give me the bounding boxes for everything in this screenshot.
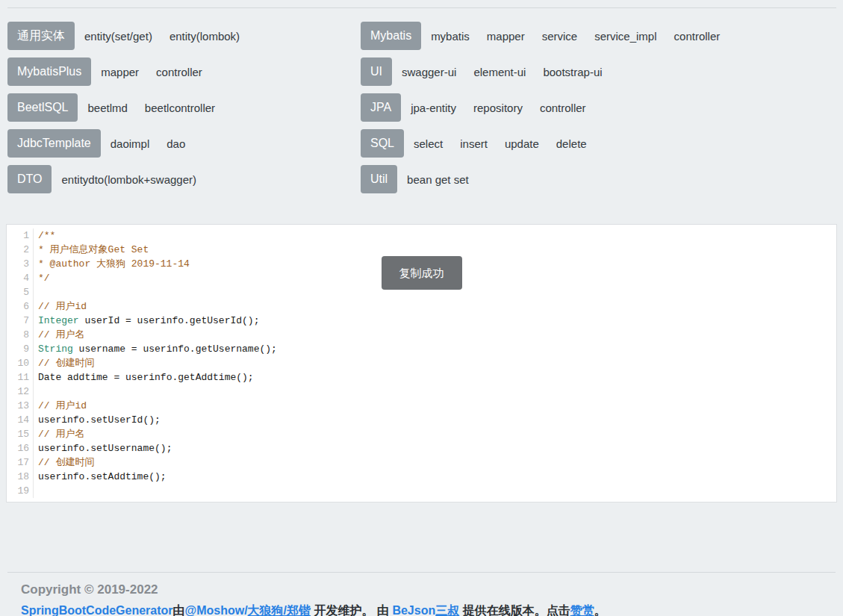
code-line: 1/** bbox=[7, 228, 836, 243]
line-content: // 用户名 bbox=[34, 328, 84, 342]
line-content: userinfo.setUsername(); bbox=[34, 441, 172, 455]
line-number: 13 bbox=[7, 399, 34, 413]
code-type-link[interactable]: delete bbox=[556, 137, 587, 150]
code-output-panel[interactable]: 1/**2* 用户信息对象Get Set3* @author 大狼狗 2019-… bbox=[6, 224, 837, 503]
code-line: 7Integer userId = userinfo.getUserId(); bbox=[7, 314, 836, 328]
code-type-link[interactable]: element-ui bbox=[473, 66, 526, 78]
code-type-link[interactable]: jpa-entity bbox=[411, 102, 456, 114]
group-links: beetlmdbeetlcontroller bbox=[87, 102, 215, 114]
line-content bbox=[34, 285, 38, 299]
footer-text: 。 bbox=[594, 604, 606, 616]
code-type-link[interactable]: service bbox=[542, 30, 578, 43]
code-line: 11Date addtime = userinfo.getAddtime(); bbox=[7, 370, 836, 385]
code-type-link[interactable]: repository bbox=[473, 102, 523, 114]
group-button[interactable]: BeetlSQL bbox=[7, 93, 78, 122]
code-line: 9String username = userinfo.getUsername(… bbox=[7, 342, 836, 356]
group-links: mappercontroller bbox=[101, 66, 202, 78]
line-content: // 用户id bbox=[34, 399, 87, 413]
line-content: Date addtime = userinfo.getAddtime(); bbox=[34, 370, 254, 385]
code-type-link[interactable]: insert bbox=[460, 137, 488, 150]
footer-link[interactable]: 赞赏 bbox=[570, 604, 594, 616]
code-line: 14userinfo.setUserId(); bbox=[7, 413, 836, 427]
line-number: 10 bbox=[7, 356, 34, 370]
group-button[interactable]: JPA bbox=[361, 93, 401, 122]
line-number: 1 bbox=[7, 228, 34, 243]
line-content: userinfo.setUserId(); bbox=[34, 413, 161, 427]
footer-text: 提供在线版本。点击 bbox=[459, 604, 570, 616]
toolbar-right-column: Mybatismybatismapperserviceservice_implc… bbox=[361, 22, 836, 201]
generator-group-right-0: Mybatismybatismapperserviceservice_implc… bbox=[361, 22, 836, 50]
code-line: 2* 用户信息对象Get Set bbox=[7, 243, 836, 257]
line-number: 12 bbox=[7, 385, 34, 399]
footer-link[interactable]: SpringBootCodeGenerator bbox=[21, 604, 173, 616]
footer-text: 由 bbox=[173, 604, 185, 616]
generator-group-left-2: BeetlSQLbeetlmdbeetlcontroller bbox=[7, 93, 361, 122]
code-line: 18userinfo.setAddtime(); bbox=[7, 470, 836, 484]
generator-toolbar: 通用实体entity(set/get)entity(lombok)Mybatis… bbox=[0, 8, 843, 201]
line-number: 5 bbox=[7, 285, 34, 299]
line-content: /** bbox=[34, 228, 55, 243]
line-content bbox=[34, 484, 38, 498]
code-type-link[interactable]: beetlcontroller bbox=[145, 102, 215, 114]
footer-text: 开发维护。 由 bbox=[311, 604, 392, 616]
generator-group-right-1: UIswagger-uielement-uibootstrap-ui bbox=[361, 57, 836, 86]
line-number: 14 bbox=[7, 413, 34, 427]
code-line: 15// 用户名 bbox=[7, 427, 836, 441]
credits-line: SpringBootCodeGenerator由@Moshow/大狼狗/郑锴 开… bbox=[21, 603, 822, 616]
code-type-link[interactable]: mapper bbox=[101, 66, 139, 78]
line-number: 7 bbox=[7, 314, 34, 328]
group-button[interactable]: MybatisPlus bbox=[7, 57, 91, 86]
code-line: 17// 创建时间 bbox=[7, 455, 836, 470]
line-number: 3 bbox=[7, 257, 34, 271]
code-type-link[interactable]: dao bbox=[167, 137, 185, 150]
code-type-link[interactable]: select bbox=[414, 137, 443, 150]
footer-link[interactable]: 大狼狗/郑锴 bbox=[248, 604, 311, 616]
code-type-link[interactable]: mapper bbox=[487, 30, 525, 43]
line-content: // 用户id bbox=[34, 299, 87, 314]
code-type-link[interactable]: bean get set bbox=[407, 173, 469, 186]
code-type-link[interactable]: controller bbox=[540, 102, 586, 114]
code-type-link[interactable]: swagger-ui bbox=[402, 66, 456, 78]
footer-link[interactable]: 三叔 bbox=[435, 604, 459, 616]
footer-link[interactable]: @Moshow/ bbox=[185, 604, 248, 616]
toolbar-left-column: 通用实体entity(set/get)entity(lombok)Mybatis… bbox=[7, 22, 361, 201]
group-button[interactable]: UI bbox=[361, 57, 392, 86]
code-line: 6// 用户id bbox=[7, 299, 836, 314]
group-button[interactable]: Mybatis bbox=[361, 22, 421, 50]
code-type-link[interactable]: entity(set/get) bbox=[84, 30, 152, 43]
group-button[interactable]: SQL bbox=[361, 129, 404, 158]
code-line: 8// 用户名 bbox=[7, 328, 836, 342]
line-content: Integer userId = userinfo.getUserId(); bbox=[34, 314, 259, 328]
line-content: // 用户名 bbox=[34, 427, 84, 441]
code-type-link[interactable]: bootstrap-ui bbox=[543, 66, 602, 78]
page: { "colors": { "page_background": "#eceff… bbox=[0, 0, 843, 616]
code-type-link[interactable]: service_impl bbox=[594, 30, 656, 43]
footer: Copyright © 2019-2022 SpringBootCodeGene… bbox=[0, 573, 843, 616]
code-type-link[interactable]: controller bbox=[156, 66, 202, 78]
line-number: 8 bbox=[7, 328, 34, 342]
group-button[interactable]: JdbcTemplate bbox=[7, 129, 101, 158]
code-type-link[interactable]: controller bbox=[674, 30, 721, 43]
code-line: 19 bbox=[7, 484, 836, 498]
line-content: String username = userinfo.getUsername()… bbox=[34, 342, 277, 356]
group-links: selectinsertupdatedelete bbox=[414, 137, 587, 150]
code-type-link[interactable]: entity(lombok) bbox=[169, 30, 240, 43]
line-number: 18 bbox=[7, 470, 34, 484]
line-number: 9 bbox=[7, 342, 34, 356]
code-type-link[interactable]: entitydto(lombok+swagger) bbox=[61, 173, 196, 186]
generator-group-right-3: SQLselectinsertupdatedelete bbox=[361, 129, 836, 158]
footer-link[interactable]: BeJson bbox=[392, 604, 435, 616]
group-button[interactable]: Util bbox=[361, 165, 397, 193]
group-button[interactable]: DTO bbox=[7, 165, 52, 193]
code-type-link[interactable]: beetlmd bbox=[87, 102, 127, 114]
code-type-link[interactable]: daoimpl bbox=[111, 137, 150, 150]
group-links: jpa-entityrepositorycontroller bbox=[411, 102, 585, 114]
group-button[interactable]: 通用实体 bbox=[7, 22, 75, 50]
line-content: * 用户信息对象Get Set bbox=[34, 243, 149, 257]
code-type-link[interactable]: update bbox=[505, 137, 539, 150]
line-content: userinfo.setAddtime(); bbox=[34, 470, 167, 484]
line-number: 19 bbox=[7, 484, 34, 498]
top-divider bbox=[7, 0, 836, 8]
code-type-link[interactable]: mybatis bbox=[431, 30, 470, 43]
generator-group-left-4: DTOentitydto(lombok+swagger) bbox=[7, 165, 361, 193]
